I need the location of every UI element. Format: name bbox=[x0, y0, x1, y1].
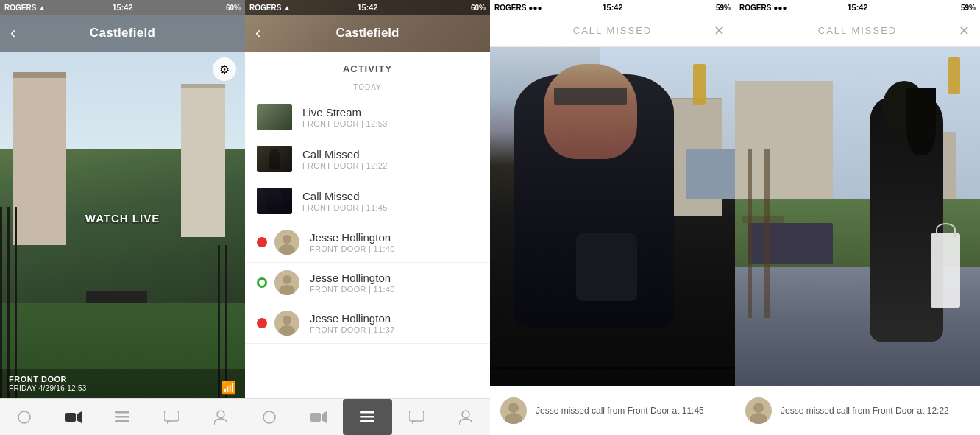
signal-icon-2: ▲ bbox=[283, 4, 291, 12]
camera-date: FRIDAY 4/29/16 12:53 bbox=[9, 384, 236, 392]
activity-type-1: Call Missed bbox=[302, 148, 478, 160]
status-bar-3: ROGERS ●●● 15:42 59% bbox=[490, 0, 735, 15]
close-button-1[interactable]: ✕ bbox=[714, 23, 725, 39]
activity-nav-title: Castlefield bbox=[336, 26, 400, 40]
activity-type-2: Call Missed bbox=[302, 190, 478, 202]
time-3: 15:42 bbox=[602, 3, 622, 12]
status-right-2: 60% bbox=[471, 4, 486, 12]
signal-icon-3: ●●● bbox=[528, 4, 542, 12]
status-left-2: ROGERS ▲ bbox=[249, 4, 291, 12]
activity-item-2[interactable]: Call Missed FRONT DOOR | 11:45 bbox=[245, 180, 490, 222]
activity-thumb-1 bbox=[257, 146, 292, 172]
panel-live-camera: ROGERS ▲ 15:42 60% ‹ Castlefield ⚙ WATCH… bbox=[0, 0, 245, 435]
activity-type-0: Live Stream bbox=[302, 106, 478, 119]
panel-call-missed-1: ROGERS ●●● 15:42 59% CALL MISSED ✕ bbox=[490, 0, 735, 435]
svg-rect-19 bbox=[310, 413, 321, 422]
svg-point-26 bbox=[462, 411, 469, 418]
activity-date: TODAY bbox=[257, 80, 478, 96]
activity-item-4[interactable]: Jesse Hollington FRONT DOOR | 11:40 bbox=[245, 263, 490, 303]
activity-thumb-2 bbox=[257, 188, 292, 214]
activity-item-1[interactable]: Call Missed FRONT DOOR | 12:22 bbox=[245, 138, 490, 180]
camera-header: ‹ Castlefield bbox=[0, 15, 245, 52]
signal-icon-1: ▲ bbox=[38, 4, 46, 12]
time-2: 15:42 bbox=[357, 3, 377, 12]
activity-sub-2: FRONT DOOR | 11:45 bbox=[302, 203, 478, 212]
callmissed-header-2: CALL MISSED ✕ bbox=[735, 15, 980, 47]
thumb-dark-1 bbox=[257, 146, 292, 172]
status-left-4: ROGERS ●●● bbox=[739, 4, 787, 12]
activity-item-0[interactable]: Live Stream FRONT DOOR | 12:53 bbox=[245, 96, 490, 138]
svg-rect-6 bbox=[164, 411, 179, 421]
tab-person-1[interactable] bbox=[196, 399, 245, 435]
panel-call-missed-2: ROGERS ●●● 15:42 59% CALL MISSED ✕ bbox=[735, 0, 980, 435]
house-left bbox=[13, 72, 66, 244]
signal-icon-4: ●●● bbox=[773, 4, 787, 12]
status-bar-4: ROGERS ●●● 15:42 59% bbox=[735, 0, 980, 15]
svg-point-13 bbox=[283, 275, 291, 284]
settings-button[interactable]: ⚙ bbox=[213, 57, 236, 81]
activity-item-3[interactable]: Jesse Hollington FRONT DOOR | 11:40 bbox=[245, 222, 490, 263]
avatar-3 bbox=[274, 230, 299, 255]
tab-ring-1[interactable] bbox=[0, 399, 49, 435]
avatar-4 bbox=[274, 270, 299, 295]
svg-rect-1 bbox=[65, 413, 76, 422]
close-button-2[interactable]: ✕ bbox=[959, 23, 970, 39]
tab-ring-2[interactable] bbox=[245, 399, 294, 435]
svg-point-0 bbox=[18, 411, 30, 423]
footer-avatar-2 bbox=[745, 397, 772, 424]
tab-chat-1[interactable] bbox=[147, 399, 196, 435]
svg-marker-2 bbox=[77, 411, 82, 423]
status-left-3: ROGERS ●●● bbox=[494, 4, 542, 12]
gear-icon: ⚙ bbox=[219, 63, 230, 77]
status-right-3: 59% bbox=[716, 4, 731, 12]
svg-rect-21 bbox=[360, 411, 374, 414]
svg-point-16 bbox=[283, 316, 291, 325]
activity-text-1: Call Missed FRONT DOOR | 12:22 bbox=[302, 148, 478, 170]
tab-video-2[interactable] bbox=[294, 399, 344, 435]
status-bar-2: ROGERS ▲ 15:42 60% bbox=[245, 0, 490, 15]
activity-item-5[interactable]: Jesse Hollington FRONT DOOR | 11:37 bbox=[245, 303, 490, 344]
back-button-1[interactable]: ‹ bbox=[10, 24, 15, 43]
activity-content: ACTIVITY TODAY Live Stream FRONT DOOR | … bbox=[245, 52, 490, 398]
activity-text-0: Live Stream FRONT DOOR | 12:53 bbox=[302, 106, 478, 128]
svg-rect-5 bbox=[115, 420, 129, 422]
watch-live-label[interactable]: WATCH LIVE bbox=[85, 211, 160, 224]
camera-title: Castlefield bbox=[90, 26, 155, 40]
tab-person-2[interactable] bbox=[441, 399, 490, 435]
tab-video-1[interactable] bbox=[49, 399, 99, 435]
battery-3: 59% bbox=[716, 4, 731, 12]
tab-list-2[interactable] bbox=[343, 399, 392, 435]
activity-text-4: Jesse Hollington FRONT DOOR | 11:40 bbox=[310, 272, 478, 294]
dot-red-1 bbox=[257, 237, 267, 247]
carrier-1: ROGERS bbox=[4, 4, 36, 12]
svg-marker-20 bbox=[322, 411, 327, 423]
svg-marker-25 bbox=[412, 421, 416, 424]
camera-scene[interactable] bbox=[0, 15, 245, 398]
back-button-2[interactable]: ‹ bbox=[255, 24, 260, 43]
carrier-2: ROGERS bbox=[249, 4, 281, 12]
dot-red-2 bbox=[257, 318, 267, 328]
svg-point-10 bbox=[283, 235, 291, 244]
activity-sub-3: FRONT DOOR | 11:40 bbox=[310, 244, 478, 253]
tab-list-1[interactable] bbox=[98, 399, 147, 435]
tab-chat-2[interactable] bbox=[392, 399, 441, 435]
camera-name: FRONT DOOR bbox=[9, 375, 236, 383]
svg-point-18 bbox=[263, 411, 275, 423]
tab-bar-2 bbox=[245, 398, 490, 435]
svg-rect-4 bbox=[115, 416, 129, 418]
svg-rect-3 bbox=[115, 411, 129, 414]
activity-text-3: Jesse Hollington FRONT DOOR | 11:40 bbox=[310, 231, 478, 253]
battery-1: 60% bbox=[226, 4, 241, 12]
time-4: 15:42 bbox=[847, 3, 867, 12]
activity-sub-5: FRONT DOOR | 11:37 bbox=[310, 325, 478, 334]
svg-point-8 bbox=[217, 411, 224, 418]
carrier-3: ROGERS bbox=[494, 4, 526, 12]
svg-rect-22 bbox=[360, 416, 374, 418]
dot-green-1 bbox=[257, 277, 267, 288]
callmissed-title-1: CALL MISSED bbox=[573, 25, 653, 36]
activity-sub-0: FRONT DOOR | 12:53 bbox=[302, 119, 478, 128]
svg-point-31 bbox=[753, 403, 764, 413]
callmissed-title-2: CALL MISSED bbox=[818, 25, 898, 36]
footer-text-1: Jesse missed call from Front Door at 11:… bbox=[536, 405, 704, 417]
thumb-live bbox=[257, 104, 292, 130]
